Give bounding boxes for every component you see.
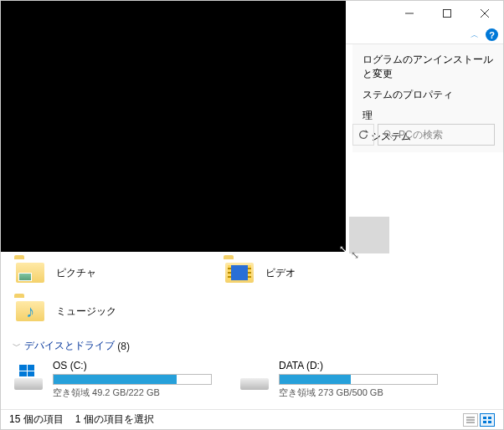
folder-label: ビデオ [265,266,296,280]
status-item-count: 15 個の項目 [9,412,64,427]
minimize-button[interactable] [390,1,428,26]
drive-c[interactable]: OS (C:) 空き領域 49.2 GB/222 GB [13,360,239,399]
refresh-button[interactable] [352,124,374,146]
folder-label: ピクチャ [56,266,96,280]
view-tiles-button[interactable] [480,413,495,427]
folder-icon [222,259,257,287]
svg-rect-1 [443,10,450,18]
status-selection: 1 個の項目を選択 [75,412,154,427]
folder-music[interactable]: ♪ ミュージック [13,295,222,334]
drive-usage-bar [279,374,438,385]
help-icon[interactable]: ? [486,28,498,41]
folder-icon [13,259,48,287]
drive-icon [13,365,46,390]
maximize-button[interactable] [428,1,465,26]
drive-usage-bar [53,374,212,385]
section-header-drives[interactable]: ﹀ デバイスとドライブ (8) [13,339,491,353]
search-input[interactable]: PCの検索 [378,124,495,146]
section-count: (8) [117,340,130,352]
folder-label: ミュージック [56,305,116,319]
drive-name: DATA (D:) [279,360,465,371]
folder-videos[interactable]: ビデオ [222,257,431,295]
svg-rect-12 [488,421,491,423]
drive-d[interactable]: DATA (D:) 空き領域 273 GB/500 GB [239,360,465,399]
menu-system-properties[interactable]: ステムのプロパティ [352,84,503,105]
thumbnail-placeholder [349,217,389,253]
svg-rect-10 [488,417,491,419]
resize-target-icon: ⤡ [351,249,359,261]
address-row: PCの検索 [352,122,503,147]
svg-rect-9 [483,417,486,419]
drive-free-text: 空き領域 49.2 GB/222 GB [53,386,239,399]
search-icon [383,130,393,140]
chevron-up-icon[interactable]: ︿ [471,29,479,41]
content-area: ピクチャ ビデオ ♪ ミュージック ﹀ デバイスとドライブ (8) OS (C:… [13,257,491,399]
drive-icon [239,365,272,390]
resize-handle-icon[interactable]: ⤡ [339,243,347,255]
svg-rect-11 [483,421,486,423]
windows-flag-icon [19,365,34,376]
search-placeholder: PCの検索 [399,128,443,142]
section-title: デバイスとドライブ [24,339,115,353]
folder-icon: ♪ [13,297,48,325]
close-button[interactable] [465,1,503,26]
folder-pictures[interactable]: ピクチャ [13,257,222,295]
menu-uninstall[interactable]: ログラムのアンインストールと変更 [352,49,503,84]
status-bar: 15 個の項目 1 個の項目を選択 [1,409,503,429]
svg-point-4 [384,131,390,136]
occluding-window[interactable] [1,1,346,252]
drive-name: OS (C:) [53,360,239,371]
svg-line-5 [390,136,393,139]
drive-free-text: 空き領域 273 GB/500 GB [279,386,465,399]
chevron-down-icon: ﹀ [13,340,21,352]
view-details-button[interactable] [463,413,478,427]
